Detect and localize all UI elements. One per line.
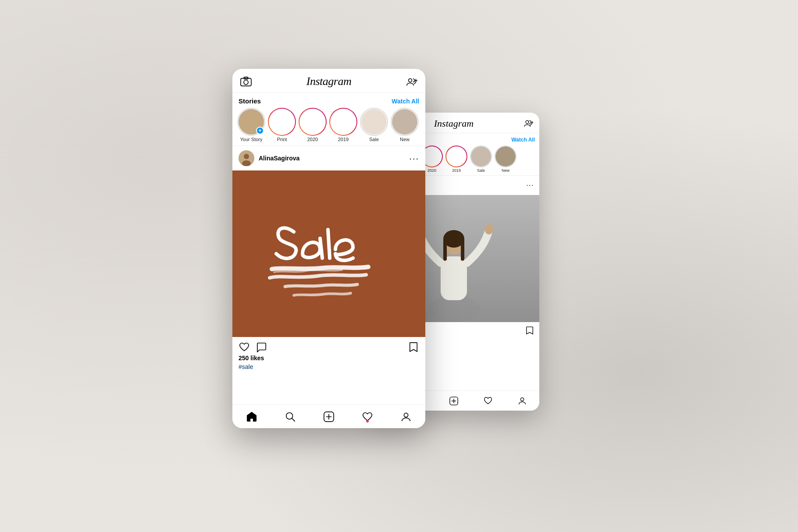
bg-story-label-2020: 2020 (428, 168, 436, 173)
fg-stories-title: Stories (239, 97, 261, 105)
fg-save-icon[interactable] (408, 341, 419, 353)
svg-point-13 (484, 224, 493, 234)
fg-nav-heart[interactable] (360, 409, 375, 424)
svg-point-21 (244, 80, 248, 85)
bg-story-item-new[interactable]: New (495, 146, 516, 173)
bg-save-icon[interactable] (525, 326, 534, 335)
bg-logo: Instagram (434, 118, 474, 129)
fg-add-friend-icon[interactable] (406, 76, 417, 87)
fg-story-item-new[interactable]: New (392, 109, 417, 142)
fg-stories-row: + Your Story Print (239, 109, 419, 142)
bg-watch-all[interactable]: Watch All (511, 137, 535, 143)
fg-bottom-nav (232, 404, 425, 428)
fg-post-more-button[interactable]: ··· (409, 154, 419, 163)
fg-camera-icon[interactable] (240, 76, 252, 87)
bg-story-item-2019[interactable]: 2019 (446, 146, 467, 173)
phones-container: Instagram Stories Watch All (232, 69, 566, 463)
fg-story-item-2020[interactable]: 2020 (300, 109, 325, 142)
fg-header: Instagram (232, 69, 425, 93)
fg-nav-home[interactable] (244, 409, 259, 424)
fg-post-image (232, 170, 425, 337)
svg-point-35 (404, 413, 408, 417)
bg-story-label-2019: 2019 (452, 168, 461, 173)
fg-post-user-row: AlinaSagirova ··· (232, 146, 425, 170)
bg-add-friend-icon[interactable] (524, 119, 533, 128)
bg-nav-heart[interactable] (483, 396, 493, 406)
fg-post-caption: #sale (232, 363, 425, 375)
fg-comment-icon[interactable] (256, 341, 267, 353)
svg-point-3 (526, 121, 529, 124)
fg-post-likes: 250 likes (232, 355, 425, 363)
fg-story-label-new: New (400, 137, 410, 142)
svg-line-31 (292, 418, 295, 421)
bg-nav-profile[interactable] (517, 396, 527, 406)
fg-watch-all[interactable]: Watch All (392, 98, 419, 105)
fg-nav-profile[interactable] (399, 409, 413, 424)
fg-logo: Instagram (306, 75, 351, 88)
fg-story-label-your-story: Your Story (240, 137, 263, 142)
fg-story-item-2019[interactable]: 2019 (331, 109, 356, 142)
svg-point-27 (244, 154, 249, 159)
bg-nav-add[interactable] (449, 396, 459, 406)
fg-story-label-2020: 2020 (307, 137, 318, 142)
fg-story-item-print[interactable]: Print (269, 109, 295, 142)
fg-stories-header: Stories Watch All (239, 97, 419, 105)
bg-story-label-sale: Sale (477, 168, 485, 173)
fg-story-label-2019: 2019 (338, 137, 349, 142)
fg-stories-section: Stories Watch All + Your Story (232, 93, 425, 146)
fg-post-avatar (239, 150, 254, 166)
fg-story-label-sale: Sale (369, 137, 379, 142)
svg-point-23 (409, 79, 412, 82)
fg-story-item-sale[interactable]: Sale (361, 109, 387, 142)
svg-point-19 (520, 397, 524, 401)
bg-story-item-sale[interactable]: Sale (471, 146, 491, 173)
bg-post-more-button[interactable]: ··· (526, 181, 534, 189)
fg-story-label-print: Print (277, 137, 287, 142)
fg-nav-search[interactable] (283, 409, 298, 424)
svg-rect-10 (443, 239, 447, 261)
bg-story-label-new: New (502, 168, 509, 173)
svg-rect-11 (461, 239, 464, 261)
fg-post-username: AlinaSagirova (259, 155, 409, 162)
fg-post-actions (232, 337, 425, 355)
fg-post-hashtag: #sale (239, 363, 253, 370)
fg-nav-add[interactable] (321, 409, 336, 424)
foreground-phone: Instagram Stories Watch All (232, 69, 425, 428)
fg-like-icon[interactable] (239, 341, 250, 353)
fg-story-item-your-story[interactable]: + Your Story (239, 109, 264, 142)
